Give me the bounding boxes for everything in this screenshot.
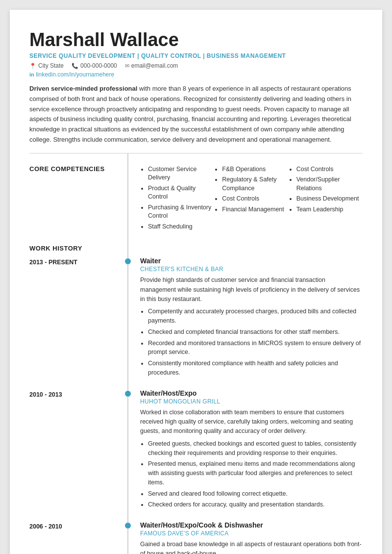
job-title: Waiter/Host/Expo/Cook & Dishwasher [140,521,363,529]
summary-section: Driven service-minded professional with … [29,84,363,153]
competency-item: Cost Controls [296,165,363,174]
job-bullets-list: Competently and accurately processed cha… [140,307,363,377]
core-competencies-right: Customer Service DeliveryProduct & Quali… [127,153,363,233]
work-entries-container: 2013 - PRESENTWaiterCHESTER'S KITCHEN & … [29,257,363,554]
competencies-list-2: F&B OperationsRegulatory & Safety Compli… [214,165,288,214]
phone-icon: 📞 [72,63,78,69]
contact-info: 📍 City State 📞 000-000-0000 ✉ email@emai… [29,62,363,69]
competency-item: Regulatory & Safety Compliance [222,176,288,193]
job-bullet-item: Recorded and monitored transactions in M… [148,339,363,357]
linkedin-icon: in [29,72,34,77]
work-history-header-row: WORK HISTORY [29,233,363,257]
work-entry-date-col: 2010 - 2013 [29,389,127,521]
work-history-left-label: WORK HISTORY [29,233,127,257]
job-bullet-item: Competently and accurately processed cha… [148,307,363,326]
job-bullet-item: Served and cleared food following correc… [148,489,363,499]
email-info: ✉ email@email.com [125,62,178,69]
competency-item: Customer Service Delivery [148,165,214,182]
linkedin-link[interactable]: in linkedin.com/in/yournamehere [29,71,363,78]
competency-item: Vendor/Supplier Relations [296,176,363,193]
competencies-col-3: Cost ControlsVendor/Supplier RelationsBu… [289,165,363,233]
core-competencies-label: CORE COMPETENCIES [29,165,118,173]
candidate-name: Marshall Wallace [29,29,363,50]
job-title: Waiter [140,257,363,265]
resume-container: Marshall Wallace SERVICE QUALITY DEVELOP… [10,10,382,554]
work-entry-date-col: 2006 - 2010 [29,521,127,554]
competencies-grid: Customer Service DeliveryProduct & Quali… [140,165,363,233]
summary-rest: with more than 8 years of experience in … [29,85,351,143]
competencies-list-1: Customer Service DeliveryProduct & Quali… [140,165,214,231]
email-icon: ✉ [125,63,129,69]
work-date: 2006 - 2010 [29,523,118,530]
company-name: CHESTER'S KITCHEN & BAR [140,266,363,273]
competency-item: Team Leadership [296,205,363,214]
phone-text: 000-000-0000 [80,62,117,69]
work-date: 2013 - PRESENT [29,259,118,266]
linkedin-text: linkedin.com/in/yournamehere [36,71,114,78]
work-entry-details: Waiter/Host/Expo/Cook & DishwasherFAMOUS… [127,521,363,554]
competency-item: Product & Quality Control [148,184,214,201]
competency-item: Staff Scheduling [148,223,214,231]
competencies-col-2: F&B OperationsRegulatory & Safety Compli… [214,165,288,233]
work-timeline-dot [125,258,131,264]
summary-bold: Driven service-minded professional [29,85,137,92]
competency-item: F&B Operations [222,165,288,174]
work-timeline-dot [125,391,131,397]
work-entry: 2006 - 2010Waiter/Host/Expo/Cook & Dishw… [29,521,363,554]
job-bullet-item: Checked orders for accuracy, quality and… [148,500,363,509]
competency-item: Financial Management [222,205,288,214]
work-entry-details: Waiter/Host/ExpoHUHOT MONGOLIAN GRILLWor… [127,389,363,521]
competency-item: Cost Controls [222,195,288,203]
job-description: Worked in close collaboration with team … [140,408,363,436]
location-icon: 📍 [29,63,36,69]
work-entry-details: WaiterCHESTER'S KITCHEN & BARProvide hig… [127,257,363,389]
location-text: City State [38,62,64,69]
competency-item: Purchasing & Inventory Control [148,203,214,221]
job-bullet-item: Presented menus, explained menu items an… [148,459,363,487]
header: Marshall Wallace SERVICE QUALITY DEVELOP… [29,29,363,78]
work-entry: 2010 - 2013Waiter/Host/ExpoHUHOT MONGOLI… [29,389,363,521]
competencies-col-1: Customer Service DeliveryProduct & Quali… [140,165,214,233]
job-description: Provide high standards of customer servi… [140,276,363,304]
phone-info: 📞 000-000-0000 [72,62,117,69]
job-bullet-item: Consistently monitored compliance with h… [148,359,363,378]
email-text: email@email.com [131,62,178,69]
candidate-title: SERVICE QUALITY DEVELOPMENT | QUALITY CO… [29,52,363,59]
work-history-label: WORK HISTORY [29,233,118,257]
work-timeline-dot [125,523,131,529]
job-title: Waiter/Host/Expo [140,389,363,397]
job-bullet-item: Greeted guests, checked bookings and esc… [148,439,363,458]
company-name: FAMOUS DAVE'S OF AMERICA [140,530,363,537]
core-competencies-left: CORE COMPETENCIES [29,153,127,233]
core-competencies-row: CORE COMPETENCIES Customer Service Deliv… [29,153,363,233]
job-bullet-item: Checked and completed financial transact… [148,327,363,337]
job-bullets-list: Greeted guests, checked bookings and esc… [140,439,363,509]
competencies-list-3: Cost ControlsVendor/Supplier RelationsBu… [289,165,363,214]
work-entry: 2013 - PRESENTWaiterCHESTER'S KITCHEN & … [29,257,363,389]
work-entry-date-col: 2013 - PRESENT [29,257,127,389]
company-name: HUHOT MONGOLIAN GRILL [140,398,363,405]
work-history-section: WORK HISTORY 2013 - PRESENTWaiterCHESTER… [29,233,363,554]
location-info: 📍 City State [29,62,64,69]
competency-item: Business Development [296,195,363,203]
job-description: Gained a broad base knowledge in all asp… [140,540,363,554]
work-date: 2010 - 2013 [29,391,118,398]
